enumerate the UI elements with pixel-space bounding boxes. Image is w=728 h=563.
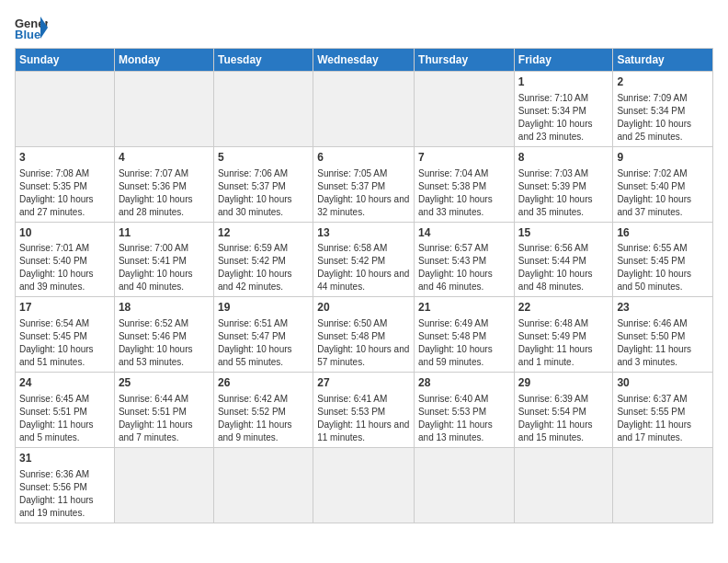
day-number: 17 [19, 300, 110, 316]
calendar-cell [313, 72, 415, 147]
day-number: 23 [617, 300, 709, 316]
day-number: 29 [518, 375, 609, 391]
day-number: 21 [418, 300, 510, 316]
calendar-cell: 15Sunrise: 6:56 AM Sunset: 5:44 PM Dayli… [514, 222, 613, 297]
calendar-cell: 1Sunrise: 7:10 AM Sunset: 5:34 PM Daylig… [514, 72, 613, 147]
day-info: Sunrise: 6:40 AM Sunset: 5:53 PM Dayligh… [418, 393, 510, 444]
day-number: 8 [518, 150, 609, 166]
day-number: 15 [518, 225, 609, 241]
header-day-wednesday: Wednesday [313, 49, 415, 72]
day-info: Sunrise: 6:54 AM Sunset: 5:45 PM Dayligh… [19, 317, 110, 369]
day-info: Sunrise: 7:10 AM Sunset: 5:34 PM Dayligh… [518, 92, 609, 144]
day-number: 5 [218, 150, 309, 166]
day-number: 25 [119, 375, 210, 391]
calendar-cell: 26Sunrise: 6:42 AM Sunset: 5:52 PM Dayli… [213, 373, 313, 448]
day-info: Sunrise: 6:42 AM Sunset: 5:52 PM Dayligh… [218, 393, 309, 444]
calendar-cell [415, 447, 515, 523]
calendar-header: SundayMondayTuesdayWednesdayThursdayFrid… [16, 49, 713, 72]
logo-icon: General Blue [15, 15, 48, 40]
svg-text:Blue: Blue [15, 28, 40, 40]
day-number: 19 [218, 300, 309, 316]
calendar-cell [114, 447, 213, 523]
day-info: Sunrise: 6:52 AM Sunset: 5:46 PM Dayligh… [119, 317, 210, 369]
day-info: Sunrise: 6:56 AM Sunset: 5:44 PM Dayligh… [518, 242, 609, 293]
day-info: Sunrise: 6:37 AM Sunset: 5:55 PM Dayligh… [617, 393, 709, 444]
calendar-cell: 18Sunrise: 6:52 AM Sunset: 5:46 PM Dayli… [114, 297, 213, 373]
day-info: Sunrise: 6:50 AM Sunset: 5:48 PM Dayligh… [317, 317, 410, 369]
calendar-cell: 30Sunrise: 6:37 AM Sunset: 5:55 PM Dayli… [613, 373, 713, 448]
calendar-cell: 5Sunrise: 7:06 AM Sunset: 5:37 PM Daylig… [213, 146, 313, 222]
calendar-cell: 2Sunrise: 7:09 AM Sunset: 5:34 PM Daylig… [613, 72, 713, 147]
header-day-friday: Friday [514, 49, 613, 72]
calendar-cell: 21Sunrise: 6:49 AM Sunset: 5:48 PM Dayli… [415, 297, 515, 373]
calendar-cell: 16Sunrise: 6:55 AM Sunset: 5:45 PM Dayli… [613, 222, 713, 297]
calendar-cell: 4Sunrise: 7:07 AM Sunset: 5:36 PM Daylig… [114, 146, 213, 222]
day-info: Sunrise: 6:59 AM Sunset: 5:42 PM Dayligh… [218, 242, 309, 293]
day-info: Sunrise: 6:36 AM Sunset: 5:56 PM Dayligh… [19, 468, 110, 520]
day-number: 2 [617, 75, 709, 90]
day-info: Sunrise: 7:04 AM Sunset: 5:38 PM Dayligh… [418, 167, 510, 219]
week-row-5: 31Sunrise: 6:36 AM Sunset: 5:56 PM Dayli… [16, 447, 713, 523]
day-info: Sunrise: 6:58 AM Sunset: 5:42 PM Dayligh… [317, 242, 410, 293]
calendar-cell [313, 447, 415, 523]
calendar-cell: 12Sunrise: 6:59 AM Sunset: 5:42 PM Dayli… [213, 222, 313, 297]
day-info: Sunrise: 6:44 AM Sunset: 5:51 PM Dayligh… [119, 393, 210, 444]
header-day-tuesday: Tuesday [213, 49, 313, 72]
day-info: Sunrise: 6:57 AM Sunset: 5:43 PM Dayligh… [418, 242, 510, 293]
day-info: Sunrise: 6:46 AM Sunset: 5:50 PM Dayligh… [617, 317, 709, 369]
calendar-cell: 8Sunrise: 7:03 AM Sunset: 5:39 PM Daylig… [514, 146, 613, 222]
logo: General Blue [15, 15, 48, 40]
day-number: 22 [518, 300, 609, 316]
day-number: 20 [317, 300, 410, 316]
calendar-cell: 23Sunrise: 6:46 AM Sunset: 5:50 PM Dayli… [613, 297, 713, 373]
calendar-cell: 29Sunrise: 6:39 AM Sunset: 5:54 PM Dayli… [514, 373, 613, 448]
day-info: Sunrise: 6:51 AM Sunset: 5:47 PM Dayligh… [218, 317, 309, 369]
day-number: 3 [19, 150, 110, 166]
day-number: 6 [317, 150, 410, 166]
header-day-monday: Monday [114, 49, 213, 72]
day-info: Sunrise: 7:03 AM Sunset: 5:39 PM Dayligh… [518, 167, 609, 219]
day-number: 12 [218, 225, 309, 241]
calendar-cell [514, 447, 613, 523]
header-day-sunday: Sunday [16, 49, 115, 72]
day-number: 7 [418, 150, 510, 166]
calendar-cell [213, 447, 313, 523]
calendar-cell [213, 72, 313, 147]
day-info: Sunrise: 6:39 AM Sunset: 5:54 PM Dayligh… [518, 393, 609, 444]
calendar-cell: 14Sunrise: 6:57 AM Sunset: 5:43 PM Dayli… [415, 222, 515, 297]
page-header: General Blue [15, 15, 713, 40]
header-row: SundayMondayTuesdayWednesdayThursdayFrid… [16, 49, 713, 72]
calendar-cell: 6Sunrise: 7:05 AM Sunset: 5:37 PM Daylig… [313, 146, 415, 222]
calendar-cell: 25Sunrise: 6:44 AM Sunset: 5:51 PM Dayli… [114, 373, 213, 448]
day-number: 10 [19, 225, 110, 241]
day-number: 31 [19, 451, 110, 466]
calendar-cell: 28Sunrise: 6:40 AM Sunset: 5:53 PM Dayli… [415, 373, 515, 448]
day-number: 18 [119, 300, 210, 316]
day-info: Sunrise: 6:48 AM Sunset: 5:49 PM Dayligh… [518, 317, 609, 369]
day-info: Sunrise: 7:07 AM Sunset: 5:36 PM Dayligh… [119, 167, 210, 219]
day-number: 26 [218, 375, 309, 391]
day-info: Sunrise: 7:00 AM Sunset: 5:41 PM Dayligh… [119, 242, 210, 293]
day-info: Sunrise: 6:55 AM Sunset: 5:45 PM Dayligh… [617, 242, 709, 293]
calendar-cell: 22Sunrise: 6:48 AM Sunset: 5:49 PM Dayli… [514, 297, 613, 373]
day-number: 27 [317, 375, 410, 391]
calendar-body: 1Sunrise: 7:10 AM Sunset: 5:34 PM Daylig… [16, 72, 713, 523]
day-info: Sunrise: 7:02 AM Sunset: 5:40 PM Dayligh… [617, 167, 709, 219]
day-number: 28 [418, 375, 510, 391]
day-number: 1 [518, 75, 609, 90]
calendar-cell: 20Sunrise: 6:50 AM Sunset: 5:48 PM Dayli… [313, 297, 415, 373]
header-day-saturday: Saturday [613, 49, 713, 72]
day-number: 11 [119, 225, 210, 241]
day-info: Sunrise: 6:41 AM Sunset: 5:53 PM Dayligh… [317, 393, 410, 444]
week-row-3: 17Sunrise: 6:54 AM Sunset: 5:45 PM Dayli… [16, 297, 713, 373]
calendar-cell: 10Sunrise: 7:01 AM Sunset: 5:40 PM Dayli… [16, 222, 115, 297]
day-number: 16 [617, 225, 709, 241]
day-number: 14 [418, 225, 510, 241]
day-info: Sunrise: 7:05 AM Sunset: 5:37 PM Dayligh… [317, 167, 410, 219]
header-day-thursday: Thursday [415, 49, 515, 72]
calendar-cell [415, 72, 515, 147]
week-row-2: 10Sunrise: 7:01 AM Sunset: 5:40 PM Dayli… [16, 222, 713, 297]
week-row-1: 3Sunrise: 7:08 AM Sunset: 5:35 PM Daylig… [16, 146, 713, 222]
calendar-cell: 7Sunrise: 7:04 AM Sunset: 5:38 PM Daylig… [415, 146, 515, 222]
calendar-table: SundayMondayTuesdayWednesdayThursdayFrid… [15, 48, 713, 523]
